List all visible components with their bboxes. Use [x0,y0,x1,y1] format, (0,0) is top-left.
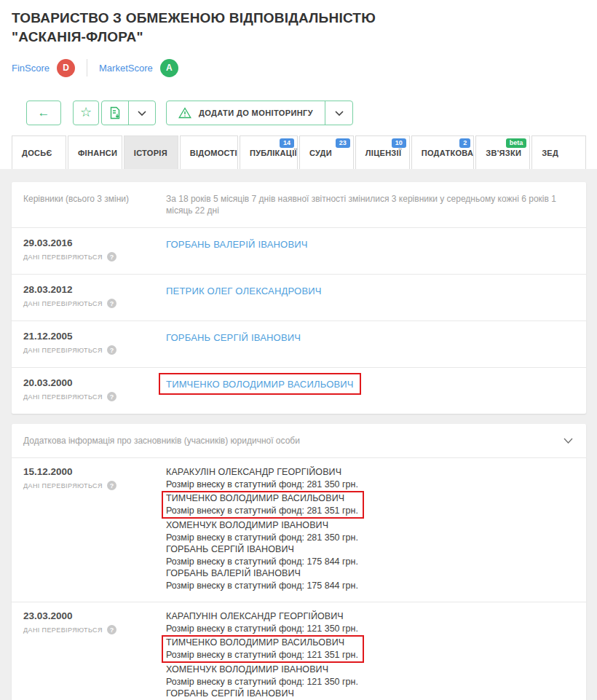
help-icon[interactable]: ? [107,345,116,355]
founder-entry: КАРАКУЛІН ОЛЕКСАНДР ГЕОРГІЙОВИЧ Розмір в… [166,466,574,490]
founders-block: 23.03.2000 ДАНІ ПЕРЕВІРЯЮТЬСЯ ? КАРАПУНІ… [12,602,586,700]
founder-name: ГОРБАНЬ СЕРГІЙ ІВАНОВИЧ [166,688,574,700]
add-to-monitoring-button[interactable]: ДОДАТИ ДО МОНІТОРИНГУ [167,101,325,125]
person-link[interactable]: ТИМЧЕНКО ВОЛОДИМИР ВАСИЛЬОВИЧ [166,379,354,390]
status-label: ДАНІ ПЕРЕВІРЯЮТЬСЯ [23,300,103,307]
founder-contribution: Розмір внеску в статутний фонд: 121 350 … [166,623,574,635]
marketscore-grade-badge[interactable]: A [160,59,178,77]
tab-label: ЛІЦЕНЗІЇ [365,149,401,157]
count-badge: 10 [392,138,406,148]
founders-block: 15.12.2000 ДАНІ ПЕРЕВІРЯЮТЬСЯ ? КАРАКУЛІ… [12,458,586,602]
back-button[interactable]: ← [26,101,61,125]
founder-name: ХОМЕНЧУК ВОЛОДИМИР ІВАНОВИЧ [166,519,574,532]
arrow-left-icon: ← [38,106,50,120]
founder-contribution: Розмір внеску в статутний фонд: 175 844 … [166,556,574,568]
monitoring-button-label: ДОДАТИ ДО МОНІТОРИНГУ [199,109,313,117]
change-date: 21.12.2005 [23,331,166,342]
person-link[interactable]: ГОРБАНЬ СЕРГІЙ ІВАНОВИЧ [166,331,301,343]
table-row: 28.03.2012 ДАНІ ПЕРЕВІРЯЮТЬСЯ ? ПЕТРИК О… [12,274,586,320]
export-options-dropdown[interactable] [128,101,155,125]
founder-contribution: Розмір внеску в статутний фонд: 281 350 … [166,479,574,491]
change-date: 20.03.2000 [23,377,166,388]
change-date: 15.12.2000 [23,466,166,477]
table-row: 20.03.2000 ДАНІ ПЕРЕВІРЯЮТЬСЯ ? ТИМЧЕНКО… [12,367,586,414]
help-icon[interactable]: ? [107,625,116,634]
tab-details[interactable]: ВІДОМОСТІ [180,135,238,169]
company-history-page: ТОВАРИСТВО З ОБМЕЖЕНОЮ ВІДПОВІДАЛЬНІСТЮ … [0,0,597,700]
tab-publications[interactable]: ПУБЛІКАЦІЇ 14 [240,135,298,169]
highlight-box: ТИМЧЕНКО ВОЛОДИМИР ВАСИЛЬОВИЧ Розмір вне… [162,635,364,663]
monitoring-options-dropdown[interactable] [325,101,352,125]
leaders-summary: За 18 років 5 місяців 7 днів наявної зві… [166,193,574,216]
toolbar: ← ☆ [26,101,585,125]
help-icon[interactable]: ? [107,481,116,490]
scores-row: FinScore D MarketScore A [12,58,585,77]
tab-label: ЗЕД [542,149,558,157]
table-row: 29.03.2016 ДАНІ ПЕРЕВІРЯЮТЬСЯ ? ГОРБАНЬ … [12,228,586,274]
tab-courts[interactable]: СУДИ 23 [299,135,354,169]
founder-name: ХОМЕНЧУК ВОЛОДИМИР ІВАНОВИЧ [166,664,574,676]
leaders-card: Керівники (всього 3 зміни) За 18 років 5… [12,182,586,414]
tab-label: СУДИ [309,149,332,157]
help-icon[interactable]: ? [107,299,116,308]
founder-name: ТИМЧЕНКО ВОЛОДИМИР ВАСИЛЬОВИЧ [166,637,358,649]
founder-name: ГОРБАНЬ СЕРГІЙ ІВАНОВИЧ [166,543,574,556]
founder-name: КАРАПУНІН ОЛЕКСАНДР ГЕОРГІЙОВИЧ [166,610,574,623]
founder-name: КАРАКУЛІН ОЛЕКСАНДР ГЕОРГІЙОВИЧ [166,466,574,479]
tab-tax[interactable]: ПОДАТКОВА 2 [411,135,475,169]
finscore-link[interactable]: FinScore [12,63,50,74]
status-label: ДАНІ ПЕРЕВІРЯЮТЬСЯ [23,626,103,634]
tab-history[interactable]: ІСТОРІЯ [124,135,178,169]
tab-label: ФІНАНСИ [78,149,117,157]
tab-label: ІСТОРІЯ [134,149,167,157]
founder-entry: ГОРБАНЬ СЕРГІЙ ІВАНОВИЧ Розмір внеску в … [166,688,574,700]
status-label: ДАНІ ПЕРЕВІРЯЮТЬСЯ [23,393,103,401]
tab-finances[interactable]: ФІНАНСИ [68,135,122,169]
tab-label: ПОДАТКОВА [422,149,474,157]
tab-licenses[interactable]: ЛІЦЕНЗІЇ 10 [355,135,410,169]
founder-entry: ХОМЕНЧУК ВОЛОДИМИР ІВАНОВИЧ Розмір внеск… [166,519,574,543]
chevron-down-icon [564,438,573,444]
tab-label: ДОСЬЄ [22,149,52,157]
status-label: ДАНІ ПЕРЕВІРЯЮТЬСЯ [23,482,103,489]
founder-name: ГОРБАНЬ ВАЛЕРІЙ ІВАНОВИЧ [166,567,574,580]
founder-entry: ГОРБАНЬ СЕРГІЙ ІВАНОВИЧ Розмір внеску в … [166,543,574,567]
status-label: ДАНІ ПЕРЕВІРЯЮТЬСЯ [23,253,103,261]
favorite-button[interactable]: ☆ [73,101,99,125]
tab-connections[interactable]: ЗВ'ЯЗКИ beta [475,135,530,169]
highlight-box: ТИМЧЕНКО ВОЛОДИМИР ВАСИЛЬОВИЧ Розмір вне… [162,491,364,519]
founders-section-header[interactable]: Додаткова інформація про засновників (уч… [12,424,586,458]
marketscore-link[interactable]: MarketScore [99,63,153,74]
tab-bar: ДОСЬЄ ФІНАНСИ ІСТОРІЯ ВІДОМОСТІ ПУБЛІКАЦ… [12,135,586,169]
chevron-down-icon [335,111,344,116]
export-report-button[interactable] [102,101,128,125]
chevron-down-icon [138,111,146,116]
founder-entry: КАРАПУНІН ОЛЕКСАНДР ГЕОРГІЙОВИЧ Розмір в… [166,610,574,634]
help-icon[interactable]: ? [107,392,116,401]
tab-label: ЗВ'ЯЗКИ [486,149,521,157]
status-label: ДАНІ ПЕРЕВІРЯЮТЬСЯ [23,347,103,354]
beta-badge: beta [506,138,527,148]
score-divider [87,59,87,76]
star-icon: ☆ [80,104,92,120]
tab-zed[interactable]: ЗЕД [531,135,586,169]
person-link[interactable]: ГОРБАНЬ ВАЛЕРІЙ ІВАНОВИЧ [166,238,308,250]
finscore-grade-badge[interactable]: D [57,59,75,77]
document-download-icon [109,106,121,119]
founder-entry: ГОРБАНЬ ВАЛЕРІЙ ІВАНОВИЧ Розмір внеску в… [166,567,574,591]
table-row: 21.12.2005 ДАНІ ПЕРЕВІРЯЮТЬСЯ ? ГОРБАНЬ … [12,320,586,367]
highlight-box: ТИМЧЕНКО ВОЛОДИМИР ВАСИЛЬОВИЧ [159,373,361,395]
count-badge: 2 [459,138,470,148]
tab-dossier[interactable]: ДОСЬЄ [12,135,66,169]
founders-section-title: Додаткова інформація про засновників (уч… [23,435,300,447]
change-date: 28.03.2012 [23,284,166,295]
founder-contribution: Розмір внеску в статутний фонд: 281 350 … [166,532,574,544]
person-link[interactable]: ПЕТРИК ОЛЕГ ОЛЕКСАНДРОВИЧ [166,285,322,296]
help-icon[interactable]: ? [107,252,116,261]
founder-contribution: Розмір внеску в статутний фонд: 281 351 … [166,505,358,517]
tab-label: ВІДОМОСТІ [190,149,237,157]
founders-card: Додаткова інформація про засновників (уч… [12,424,586,700]
founder-contribution: Розмір внеску в статутний фонд: 121 350 … [166,676,574,688]
alert-triangle-icon [178,107,191,119]
export-button-group [101,101,156,125]
